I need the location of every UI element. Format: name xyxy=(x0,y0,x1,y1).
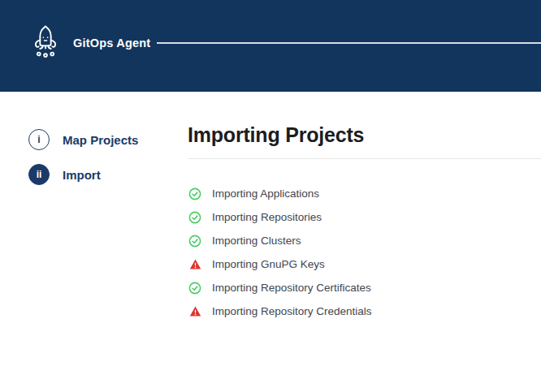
import-status-row: Importing Clusters xyxy=(188,229,541,252)
argo-octopus-icon xyxy=(30,24,61,60)
import-status-row: Importing GnuPG Keys xyxy=(188,252,541,276)
check-circle-icon xyxy=(188,235,201,248)
page-title: Importing Projects xyxy=(188,122,541,148)
step-two-badge: ii xyxy=(28,164,50,185)
wizard-step-import[interactable]: ii Import xyxy=(28,164,101,185)
import-status-row: Importing Repository Credentials xyxy=(188,299,541,323)
import-status-row: Importing Repository Certificates xyxy=(188,276,541,299)
title-divider xyxy=(188,158,541,159)
import-status-label: Importing Repository Certificates xyxy=(212,282,371,294)
import-status-label: Importing Clusters xyxy=(212,235,301,247)
import-status-row: Importing Repositories xyxy=(188,205,541,229)
import-status-list: Importing Applications Importing Reposit… xyxy=(188,182,541,323)
main-content: Importing Projects Importing Application… xyxy=(188,122,541,323)
import-status-label: Importing Repository Credentials xyxy=(212,305,372,317)
wizard-step-map-projects[interactable]: i Map Projects xyxy=(28,129,138,150)
import-status-label: Importing GnuPG Keys xyxy=(212,258,325,270)
import-status-label: Importing Applications xyxy=(212,187,319,200)
warning-triangle-icon xyxy=(188,258,201,271)
app-title: GitOps Agent xyxy=(73,37,150,50)
import-status-row: Importing Applications xyxy=(188,182,541,205)
step-one-badge: i xyxy=(28,129,50,150)
check-circle-icon xyxy=(188,187,201,200)
app-header: GitOps Agent xyxy=(0,0,541,92)
check-circle-icon xyxy=(188,211,201,224)
import-status-label: Importing Repositories xyxy=(212,211,322,223)
warning-triangle-icon xyxy=(188,305,201,318)
wizard-step-label-map-projects: Map Projects xyxy=(63,133,138,147)
wizard-step-label-import: Import xyxy=(63,168,101,182)
header-divider-line xyxy=(157,42,541,44)
check-circle-icon xyxy=(188,282,201,295)
